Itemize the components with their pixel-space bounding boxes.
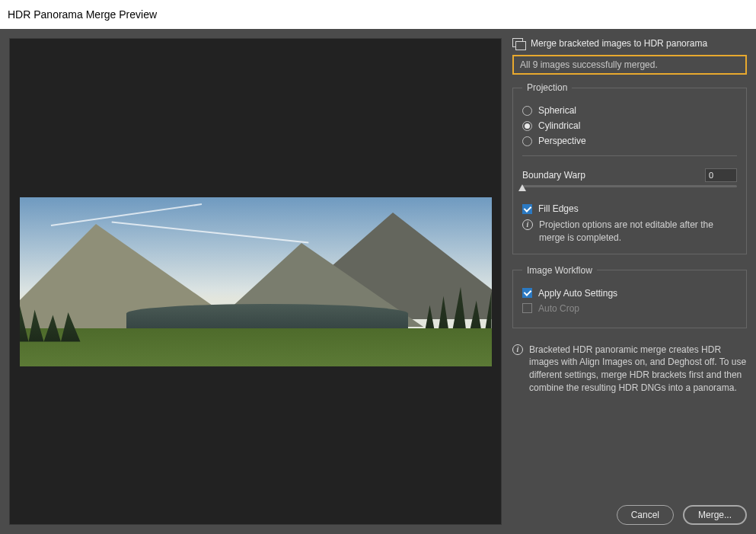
- radio-label: Perspective: [538, 136, 586, 146]
- auto-crop-checkbox: Auto Crop: [522, 303, 737, 314]
- divider: [522, 155, 737, 156]
- radio-icon: [522, 106, 532, 116]
- preview-pane: [9, 38, 502, 525]
- apply-auto-label: Apply Auto Settings: [538, 288, 617, 299]
- checkbox-icon: [522, 288, 532, 298]
- workflow-legend: Image Workflow: [522, 265, 597, 276]
- panorama-preview-image: [20, 197, 492, 366]
- footer-info-text: Bracketed HDR panoramic merge creates HD…: [529, 344, 747, 395]
- radio-perspective[interactable]: Perspective: [522, 136, 737, 146]
- boundary-warp-slider[interactable]: [522, 185, 737, 194]
- merge-header-label: Merge bracketed images to HDR panorama: [531, 38, 707, 49]
- merge-status: All 9 images successfully merged.: [512, 55, 747, 75]
- image-stack-icon: [512, 38, 525, 49]
- info-icon: i: [522, 219, 533, 230]
- radio-icon: [522, 136, 532, 146]
- boundary-warp-input[interactable]: [705, 168, 737, 182]
- checkbox-icon: [522, 204, 532, 214]
- auto-crop-label: Auto Crop: [538, 303, 579, 314]
- projection-info-text: Projection options are not editable afte…: [539, 219, 737, 245]
- fill-edges-label: Fill Edges: [538, 203, 579, 214]
- apply-auto-settings-checkbox[interactable]: Apply Auto Settings: [522, 288, 737, 299]
- radio-label: Spherical: [538, 105, 576, 116]
- radio-spherical[interactable]: Spherical: [522, 105, 737, 116]
- radio-cylindrical[interactable]: Cylindrical: [522, 120, 737, 131]
- image-workflow-group: Image Workflow Apply Auto Settings Auto …: [512, 265, 747, 328]
- info-icon: i: [512, 344, 523, 355]
- cancel-button[interactable]: Cancel: [617, 505, 674, 525]
- radio-label: Cylindrical: [538, 120, 580, 131]
- window-title: HDR Panorama Merge Preview: [8, 8, 157, 21]
- checkbox-icon: [522, 303, 532, 313]
- merge-button[interactable]: Merge...: [683, 505, 747, 525]
- fill-edges-checkbox[interactable]: Fill Edges: [522, 203, 737, 214]
- projection-legend: Projection: [522, 82, 572, 93]
- projection-group: Projection Spherical Cylindrical Perspec…: [512, 82, 747, 254]
- slider-thumb-icon: [518, 184, 526, 191]
- boundary-warp-label: Boundary Warp: [522, 170, 585, 181]
- radio-icon: [522, 121, 532, 131]
